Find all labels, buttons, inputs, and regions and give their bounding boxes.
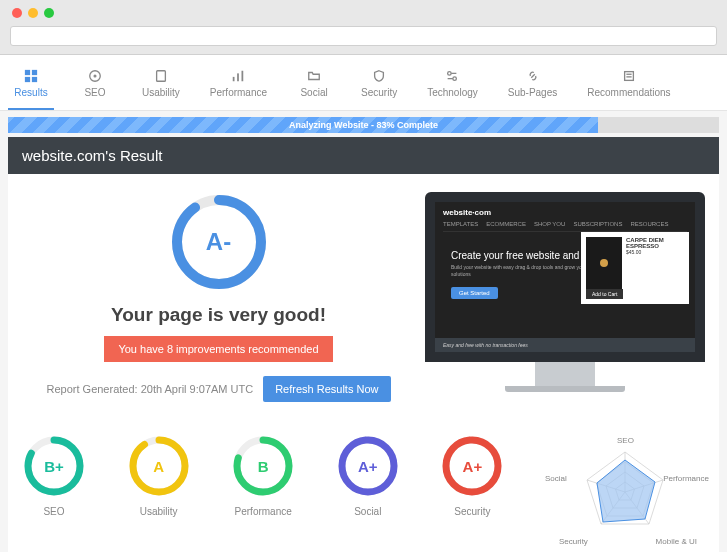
svg-rect-1 <box>32 70 37 75</box>
radar-axis-seo: SEO <box>617 436 634 445</box>
overall-grade-ring: A- <box>169 192 269 292</box>
progress-bar: Analyzing Website - 83% Complete <box>8 117 719 133</box>
refresh-button[interactable]: Refresh Results Now <box>263 376 390 402</box>
improvements-badge: You have 8 improvements recommended <box>104 336 332 362</box>
list-icon <box>622 69 636 83</box>
svg-point-5 <box>94 75 96 77</box>
folder-icon <box>307 69 321 83</box>
headline: Your page is very good! <box>111 304 326 326</box>
target-icon <box>88 69 102 83</box>
devices-icon <box>154 69 168 83</box>
score-label: Performance <box>235 506 292 517</box>
progress-text: Analyzing Website - 83% Complete <box>8 117 719 133</box>
report-timestamp: Report Generated: 20th April 9:07AM UTC <box>47 383 254 395</box>
tab-security[interactable]: Security <box>355 65 403 110</box>
tab-results[interactable]: Results <box>8 65 54 110</box>
preview-nav-item: ECOMMERCE <box>486 221 526 227</box>
score-grade: B <box>231 434 295 498</box>
overview-left: A- Your page is very good! You have 8 im… <box>22 192 415 402</box>
page-title: website.com's Result <box>22 147 162 164</box>
browser-chrome <box>0 0 727 55</box>
preview-product-card: CARPE DIEM ESPRESSO $45.00 Add to Cart <box>581 232 689 304</box>
score-label: Social <box>354 506 381 517</box>
cog-icon <box>445 69 459 83</box>
score-label: Usability <box>140 506 178 517</box>
report-meta-row: Report Generated: 20th April 9:07AM UTC … <box>47 376 391 402</box>
close-dot[interactable] <box>12 8 22 18</box>
tab-label: Technology <box>427 87 478 98</box>
tab-label: Recommendations <box>587 87 670 98</box>
tab-label: SEO <box>84 87 105 98</box>
svg-rect-0 <box>25 70 30 75</box>
site-preview: website·com TEMPLATES ECOMMERCE SHOP YOU… <box>425 192 705 392</box>
svg-rect-3 <box>32 77 37 82</box>
svg-marker-38 <box>597 460 655 522</box>
svg-point-10 <box>448 72 452 76</box>
radar-axis-social: Social <box>545 474 567 483</box>
tab-social[interactable]: Social <box>291 65 337 110</box>
score-grade: A+ <box>336 434 400 498</box>
preview-nav-item: RESOURCES <box>630 221 668 227</box>
bars-icon <box>231 69 245 83</box>
score-usability: A Usability <box>127 434 191 517</box>
tab-label: Usability <box>142 87 180 98</box>
tab-usability[interactable]: Usability <box>136 65 186 110</box>
maximize-dot[interactable] <box>44 8 54 18</box>
content-area: Analyzing Website - 83% Complete website… <box>0 111 727 552</box>
scores-row: B+ SEO A Usability B Performance A+ Soci… <box>8 420 719 552</box>
score-seo: B+ SEO <box>22 434 86 517</box>
preview-nav: TEMPLATES ECOMMERCE SHOP YOU SUBSCRIPTIO… <box>443 217 687 232</box>
result-header: website.com's Result <box>8 137 719 174</box>
tab-technology[interactable]: Technology <box>421 65 484 110</box>
tab-performance[interactable]: Performance <box>204 65 273 110</box>
window-controls <box>0 0 727 26</box>
svg-rect-9 <box>242 71 244 82</box>
tab-label: Results <box>14 87 47 98</box>
monitor-stand <box>535 362 595 386</box>
svg-rect-14 <box>625 72 634 81</box>
svg-rect-7 <box>233 77 235 81</box>
minimize-dot[interactable] <box>28 8 38 18</box>
nav-tabs: Results SEO Usability Performance Social… <box>0 55 727 111</box>
preview-screen: website·com TEMPLATES ECOMMERCE SHOP YOU… <box>425 192 705 362</box>
score-social: A+ Social <box>336 434 400 517</box>
score-label: Security <box>454 506 490 517</box>
monitor-base <box>505 386 625 392</box>
score-label: SEO <box>43 506 64 517</box>
tab-seo[interactable]: SEO <box>72 65 118 110</box>
preview-nav-item: TEMPLATES <box>443 221 478 227</box>
svg-rect-2 <box>25 77 30 82</box>
preview-cta: Get Started <box>451 287 498 299</box>
radar-axis-security: Security <box>559 537 588 546</box>
preview-footer: Easy and free with no transaction fees <box>435 338 695 352</box>
grid-icon <box>24 69 38 83</box>
svg-point-4 <box>90 71 101 82</box>
score-grade: B+ <box>22 434 86 498</box>
svg-point-11 <box>453 77 457 81</box>
score-grade: A <box>127 434 191 498</box>
tab-label: Performance <box>210 87 267 98</box>
tab-label: Social <box>300 87 327 98</box>
preview-nav-item: SUBSCRIPTIONS <box>573 221 622 227</box>
tab-subpages[interactable]: Sub-Pages <box>502 65 563 110</box>
svg-rect-6 <box>157 71 166 82</box>
overview-panel: A- Your page is very good! You have 8 im… <box>8 174 719 420</box>
preview-nav-item: SHOP YOU <box>534 221 565 227</box>
shield-icon <box>372 69 386 83</box>
radar-axis-mobile: Mobile & UI <box>656 537 697 546</box>
score-performance: B Performance <box>231 434 295 517</box>
svg-rect-8 <box>238 73 240 81</box>
preview-brand: website·com <box>443 208 687 217</box>
radar-axis-performance: Performance <box>663 474 709 483</box>
link-icon <box>526 69 540 83</box>
overall-grade: A- <box>169 192 269 292</box>
score-grade: A+ <box>440 434 504 498</box>
url-bar[interactable] <box>10 26 717 46</box>
tab-label: Security <box>361 87 397 98</box>
tab-label: Sub-Pages <box>508 87 557 98</box>
score-security: A+ Security <box>440 434 504 517</box>
tab-recommendations[interactable]: Recommendations <box>581 65 676 110</box>
radar-chart: SEO Performance Mobile & UI Security Soc… <box>545 434 705 548</box>
